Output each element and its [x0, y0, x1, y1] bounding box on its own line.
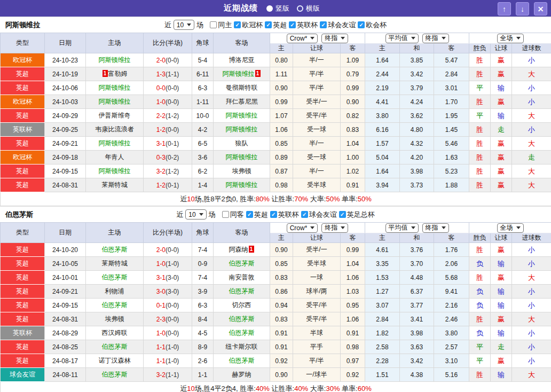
- bookmaker-select[interactable]: Crow*: [287, 223, 318, 233]
- avg-stage-select[interactable]: 终指: [422, 223, 449, 233]
- match-row: 英超24-09-15伯恩茅斯0-1(0-0)6-3切尔西0.94受平/半0.95…: [1, 299, 551, 312]
- odds-stage-select[interactable]: 终指: [321, 34, 348, 43]
- home-team: 伯恩茅斯: [86, 368, 144, 382]
- checkbox-checked-icon: ✓: [339, 211, 346, 218]
- team-name-text: 莱斯特城: [102, 260, 128, 267]
- summary-text: 近10场,胜8平2负0, 胜率:80% 让胜率:70% 大率:50% 单率:50…: [1, 192, 551, 206]
- filter-league-checkbox[interactable]: ✓欧冠杯: [234, 20, 263, 30]
- halftime-score: (1-1): [166, 371, 179, 379]
- checkbox-checked-icon: ✓: [320, 21, 327, 28]
- corner-score: 6-5: [192, 137, 214, 151]
- move-down-button[interactable]: ↓: [516, 2, 529, 15]
- away-team: 阿斯顿维拉1: [214, 67, 270, 81]
- match-score: 3-1(0-1): [144, 137, 192, 151]
- team-name-text: 埃弗顿: [232, 167, 251, 175]
- team-name-text: 诺丁汉森林: [99, 357, 131, 364]
- average-select[interactable]: 平均值: [385, 34, 419, 43]
- filter-league-checkbox[interactable]: ✓英足总杯: [339, 210, 375, 219]
- match-score: 3-0(3-0): [144, 285, 192, 299]
- match-score: 1-2(0-1): [144, 178, 192, 192]
- radio-horizontal-layout[interactable]: 横版: [297, 4, 320, 13]
- team-name-text: 阿斯顿维拉: [99, 84, 131, 91]
- match-type: 英超: [1, 178, 45, 192]
- filter-games-label: 场: [196, 20, 203, 30]
- matches-table: 类型日期主场比分(半场)角球客场Crow*终指平均值终指全场主让球客主和客胜负让…: [0, 222, 551, 392]
- col-avg-away: 客: [434, 44, 469, 53]
- checkbox-unchecked-icon: [210, 21, 217, 28]
- red-card-badge: 1: [249, 246, 254, 253]
- filter-league-checkbox[interactable]: ✓英超: [246, 210, 268, 219]
- home-team: 阿斯顿维拉: [86, 95, 144, 109]
- filter-same-venue-checkbox[interactable]: 同主: [210, 20, 232, 30]
- odds-home: 0.85: [270, 137, 293, 151]
- filter-same-venue-checkbox[interactable]: 同客: [222, 210, 244, 219]
- filter-league-checkbox[interactable]: ✓英联杯: [270, 210, 299, 219]
- odds-away: 0.83: [341, 123, 365, 137]
- checkbox-label: 欧会杯: [366, 20, 387, 30]
- col-result-handicap: 让球: [491, 44, 512, 53]
- match-count-select[interactable]: 10: [174, 20, 194, 30]
- avg-draw: 4.38: [400, 368, 434, 382]
- result-outcome: 胜: [469, 178, 491, 192]
- avg-stage-select[interactable]: 终指: [422, 34, 449, 43]
- team-name-text: 曼彻斯特联: [226, 84, 258, 91]
- close-button[interactable]: ✕: [534, 2, 547, 15]
- average-select[interactable]: 平均值: [385, 223, 419, 233]
- summary-row: 近10场,胜4平2负4, 胜率:40% 让胜率:40% 大率:30% 单率:60…: [1, 382, 551, 392]
- scope-select[interactable]: 全场: [497, 34, 524, 43]
- result-handicap: 赢: [491, 271, 512, 285]
- chevron-down-icon: [411, 37, 415, 40]
- halftime-score: (1-1): [166, 70, 179, 78]
- fulltime-score: 1-0: [156, 98, 166, 106]
- move-up-button[interactable]: ↑: [498, 2, 511, 15]
- avg-away: 2.06: [434, 257, 469, 271]
- col-odds-home: 主: [270, 233, 293, 243]
- avg-draw: 3.62: [400, 109, 434, 123]
- odds-away: 1.03: [341, 285, 365, 299]
- odds-handicap: 半球: [293, 326, 341, 340]
- checkbox-checked-icon: ✓: [234, 21, 241, 28]
- avg-home: 1.64: [365, 53, 400, 67]
- match-date: 24-09-15: [45, 164, 86, 178]
- checkbox-label: 英超: [273, 20, 287, 30]
- dropdown-value: 10: [188, 211, 195, 218]
- col-home: 主场: [86, 33, 144, 53]
- filter-league-checkbox[interactable]: ✓英超: [265, 20, 287, 30]
- radio-vertical-layout[interactable]: 竖版: [266, 4, 289, 13]
- fulltime-score: 2-2: [156, 112, 166, 120]
- match-row: 英超24-10-01伯恩茅斯3-1(3-0)7-4南安普敦0.83一球1.061…: [1, 271, 551, 285]
- avg-draw: 3.79: [400, 81, 434, 95]
- home-team: 伯恩茅斯: [86, 243, 144, 257]
- halftime-score: (3-0): [166, 288, 179, 295]
- fulltime-score: 2-0: [156, 57, 166, 64]
- chevron-down-icon: [310, 37, 314, 40]
- avg-draw: 3.42: [400, 354, 434, 368]
- avg-home: 6.16: [365, 123, 400, 137]
- match-type: 欧冠杯: [1, 151, 45, 164]
- filter-league-checkbox[interactable]: ✓欧会杯: [358, 20, 387, 30]
- result-goals: 小: [512, 354, 551, 368]
- home-team: 诺丁汉森林: [86, 354, 144, 368]
- odds-home: 1.11: [270, 67, 293, 81]
- match-score: 1-0(1-0): [144, 257, 192, 271]
- avg-draw: 3.76: [400, 243, 434, 257]
- away-team: 赫罗纳: [214, 368, 270, 382]
- odds-away: 1.02: [341, 164, 365, 178]
- away-team: 阿斯顿维拉: [214, 109, 270, 123]
- odds-stage-select[interactable]: 终指: [321, 223, 348, 233]
- match-date: 24-09-25: [45, 123, 86, 137]
- result-outcome: 胜: [469, 243, 491, 257]
- filter-league-checkbox[interactable]: ✓英联杯: [289, 20, 318, 30]
- odds-handicap: 受一球: [293, 123, 341, 137]
- match-count-select[interactable]: 10: [185, 209, 206, 219]
- scope-select[interactable]: 全场: [497, 223, 524, 233]
- odds-away: 0.99: [341, 81, 365, 95]
- corner-score: 5-4: [192, 53, 214, 67]
- away-team: 埃弗顿: [214, 164, 270, 178]
- bookmaker-select[interactable]: Crow*: [287, 34, 318, 43]
- filter-league-checkbox[interactable]: ✓球会友谊: [320, 20, 356, 30]
- chevron-down-icon: [411, 226, 415, 229]
- fulltime-score: 0-3: [156, 154, 166, 161]
- summary-segment: 单率:: [340, 195, 357, 203]
- filter-league-checkbox[interactable]: ✓球会友谊: [301, 210, 337, 219]
